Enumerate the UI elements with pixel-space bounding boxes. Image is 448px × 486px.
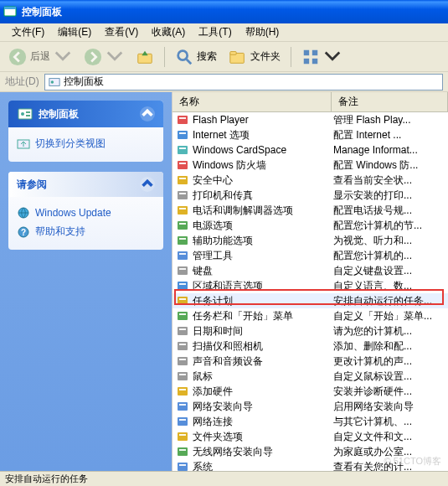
item-desc: 配置您计算机的节... (333, 219, 445, 233)
folders-button[interactable]: 文件夹 (224, 46, 286, 68)
back-label: 后退 (30, 49, 50, 64)
address-field[interactable]: 控制面板 (44, 74, 443, 90)
svg-rect-63 (178, 417, 188, 426)
item-name: 安全中心 (193, 173, 333, 188)
title-bar: 控制面板 (0, 0, 448, 23)
svg-rect-51 (178, 327, 188, 335)
svg-rect-45 (178, 282, 188, 290)
item-icon (176, 204, 189, 217)
menu-help[interactable]: 帮助(H) (239, 23, 286, 41)
item-desc: 自定义文件和文... (333, 430, 445, 444)
item-desc: 自定义语言、数... (333, 279, 445, 293)
list-item[interactable]: 鼠标自定义鼠标设置... (173, 369, 448, 384)
address-bar: 地址(D) 控制面板 (0, 72, 448, 92)
control-panel-icon (17, 106, 33, 122)
list-item[interactable]: 添加硬件安装并诊断硬件... (173, 384, 448, 399)
item-name: 网络安装向导 (193, 400, 333, 414)
item-desc: 添加、删除和配... (333, 339, 445, 354)
item-icon (176, 128, 189, 142)
list-item[interactable]: Windows CardSpaceManage Informat... (173, 142, 448, 158)
item-icon (176, 279, 189, 292)
list-item[interactable]: 日期和时间请为您的计算机... (173, 323, 448, 339)
up-button[interactable] (131, 46, 159, 68)
item-name: 打印机和传真 (193, 189, 333, 203)
item-desc: 启用网络安装向导 (333, 400, 445, 414)
list-item[interactable]: 辅助功能选项为视觉、听力和... (173, 233, 448, 248)
item-name: 文件夹选项 (193, 430, 333, 444)
list-item[interactable]: 打印机和传真显示安装的打印... (173, 188, 448, 203)
svg-rect-24 (179, 117, 186, 119)
svg-rect-8 (230, 51, 236, 54)
windows-update-link[interactable]: Windows Update (17, 204, 155, 222)
item-desc: 查看当前安全状... (333, 173, 445, 188)
list-view[interactable]: 名称 备注 Flash Player管理 Flash Play...Intern… (172, 92, 448, 471)
col-name[interactable]: 名称 (173, 92, 332, 111)
panel-seealso: 请参阅 Windows Update ? 帮助和支持 (8, 172, 163, 250)
switch-view-icon (17, 137, 30, 151)
item-desc: 配置 Internet ... (333, 128, 445, 142)
switch-category-view-link[interactable]: 切换到分类视图 (17, 134, 155, 153)
item-icon (176, 460, 189, 471)
list-item[interactable]: 文件夹选项自定义文件和文... (173, 429, 448, 444)
svg-rect-55 (178, 357, 188, 365)
list-item[interactable]: Windows 防火墙配置 Windows 防... (173, 158, 448, 173)
item-icon (176, 173, 189, 187)
svg-rect-29 (178, 161, 188, 169)
windows-update-label: Windows Update (35, 207, 111, 219)
menu-tools[interactable]: 工具(T) (192, 23, 238, 41)
collapse-icon[interactable] (140, 106, 155, 122)
list-item[interactable]: 声音和音频设备更改计算机的声... (173, 354, 448, 369)
list-item[interactable]: 管理工具配置您计算机的... (173, 248, 448, 263)
views-button[interactable] (296, 46, 347, 68)
menu-view[interactable]: 查看(V) (98, 23, 145, 41)
item-icon (176, 264, 189, 277)
panel-seealso-header[interactable]: 请参阅 (8, 172, 163, 197)
svg-rect-35 (178, 206, 188, 215)
item-icon (176, 158, 189, 172)
item-name: 任务计划 (193, 294, 333, 308)
svg-rect-30 (179, 163, 186, 164)
item-icon (176, 385, 189, 398)
list-item[interactable]: 任务计划安排自动运行的任务... (173, 293, 448, 308)
menu-file[interactable]: 文件(F) (5, 23, 51, 41)
list-item[interactable]: 键盘自定义键盘设置... (173, 263, 448, 278)
item-desc: 配置 Windows 防... (333, 158, 445, 173)
help-support-link[interactable]: ? 帮助和支持 (17, 222, 155, 241)
list-item[interactable]: 区域和语言选项自定义语言、数... (173, 278, 448, 293)
svg-rect-39 (178, 236, 188, 245)
svg-rect-64 (179, 419, 186, 421)
list-item[interactable]: 电话和调制解调器选项配置电话拔号规... (173, 203, 448, 218)
list-item[interactable]: 网络安装向导启用网络安装向导 (173, 399, 448, 414)
col-note[interactable]: 备注 (332, 92, 448, 111)
search-label: 搜索 (197, 49, 217, 64)
menu-favorites[interactable]: 收藏(A) (145, 23, 192, 41)
collapse-icon[interactable] (140, 177, 155, 192)
list-item[interactable]: 任务栏和「开始」菜单自定义「开始」菜单... (173, 308, 448, 323)
svg-rect-44 (179, 268, 186, 270)
search-button[interactable]: 搜索 (170, 46, 222, 68)
item-icon (176, 113, 189, 127)
address-value: 控制面板 (64, 75, 104, 89)
item-name: 辅助功能选项 (193, 234, 333, 248)
toolbar-separator (291, 47, 291, 67)
panel-control-title: 控制面板 (39, 107, 79, 122)
back-button[interactable]: 后退 (3, 46, 77, 68)
forward-button[interactable] (79, 46, 129, 68)
list-item[interactable]: Flash Player管理 Flash Play... (173, 112, 448, 127)
svg-rect-1 (4, 7, 16, 9)
item-icon (176, 294, 189, 308)
item-desc: 管理 Flash Play... (333, 113, 445, 127)
svg-rect-43 (178, 266, 188, 275)
svg-point-14 (50, 80, 54, 84)
panel-control-header[interactable]: 控制面板 (8, 101, 163, 127)
list-item[interactable]: 安全中心查看当前安全状... (173, 173, 448, 188)
svg-rect-65 (178, 432, 188, 441)
list-item[interactable]: 扫描仪和照相机添加、删除和配... (173, 339, 448, 354)
svg-rect-70 (179, 464, 186, 466)
list-item[interactable]: 电源选项配置您计算机的节... (173, 218, 448, 233)
menu-edit[interactable]: 编辑(E) (51, 23, 98, 41)
list-item[interactable]: 网络连接与其它计算机、... (173, 414, 448, 429)
svg-rect-49 (178, 312, 188, 320)
list-item[interactable]: Internet 选项配置 Internet ... (173, 127, 448, 142)
item-name: Windows CardSpace (193, 144, 333, 156)
